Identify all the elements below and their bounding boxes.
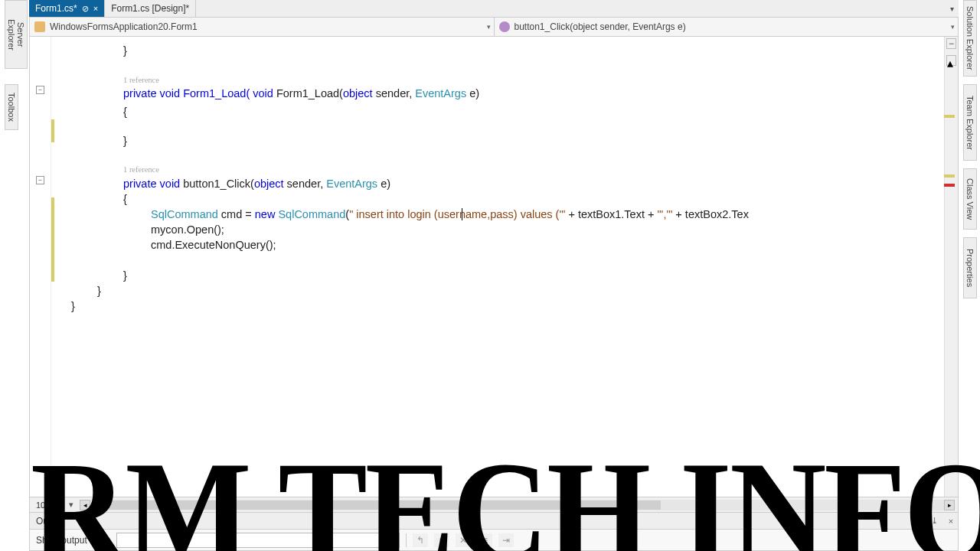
code-text: { [123, 191, 127, 207]
tab-form1-design[interactable]: Form1.cs [Design]* [105, 0, 196, 17]
code-text: private void Form1_Load( void Form1_Load… [123, 86, 479, 101]
vertical-scrollbar[interactable]: − ▴ [944, 37, 958, 497]
close-icon[interactable]: × [93, 4, 98, 13]
code-text: cmd.ExecuteNonQuery(); [151, 237, 276, 253]
watermark-text: RM TECH INFO [31, 448, 957, 551]
class-selector[interactable]: WindowsFormsApplication20.Form1 ▾ [30, 18, 495, 36]
fold-gutter: − − [30, 37, 51, 497]
tab-form1-cs[interactable]: Form1.cs* ⊘ × [29, 0, 105, 17]
file-tab-strip: Form1.cs* ⊘ × Form1.cs [Design]* ▾ [29, 0, 959, 17]
properties-tab[interactable]: Properties [963, 237, 977, 298]
class-view-tab[interactable]: Class View [963, 168, 977, 230]
chevron-down-icon: ▾ [951, 23, 955, 31]
change-marker [51, 119, 54, 142]
code-text: } [123, 43, 127, 58]
scroll-track[interactable] [946, 69, 956, 495]
method-icon [499, 21, 510, 32]
code-text: private void button1_Click(object sender… [123, 176, 390, 191]
code-text: } [97, 283, 101, 298]
class-icon [34, 21, 45, 32]
method-selector[interactable]: button1_Click(object sender, EventArgs e… [495, 18, 959, 36]
class-name: WindowsFormsApplication20.Form1 [50, 21, 198, 32]
text-caret [462, 208, 462, 220]
overview-mark [944, 115, 955, 118]
code-editor[interactable]: − − } 1 reference private void Form1_Loa… [29, 37, 959, 497]
server-explorer-tab[interactable]: Server Explorer [5, 0, 28, 69]
code-text: } [71, 298, 75, 314]
split-button[interactable]: − [946, 38, 956, 49]
code-text: { [123, 104, 127, 119]
code-text: mycon.Open(); [151, 222, 224, 237]
solution-explorer-tab[interactable]: Solution Explorer [963, 0, 977, 77]
team-explorer-tab[interactable]: Team Explorer [963, 84, 977, 161]
change-marker [51, 197, 54, 282]
fold-toggle[interactable]: − [36, 176, 44, 184]
chevron-down-icon: ▾ [487, 23, 491, 31]
scroll-up-button[interactable]: ▴ [946, 55, 956, 66]
code-text: } [123, 133, 127, 148]
code-surface[interactable]: } 1 reference private void Form1_Load( v… [56, 37, 944, 497]
tab-label: Form1.cs* [35, 3, 77, 14]
overview-mark [944, 174, 955, 178]
code-text: SqlCommand cmd = new SqlCommand(" insert… [151, 207, 749, 222]
code-text: } [123, 268, 127, 283]
tab-overflow-dropdown[interactable]: ▾ [945, 0, 959, 17]
nav-bar: WindowsFormsApplication20.Form1 ▾ button… [29, 17, 959, 37]
pin-icon[interactable]: ⊘ [82, 4, 89, 14]
toolbox-tab[interactable]: Toolbox [5, 84, 18, 130]
method-name: button1_Click(object sender, EventArgs e… [514, 21, 686, 32]
tab-label: Form1.cs [Design]* [111, 3, 189, 14]
codelens-hint[interactable]: 1 reference [123, 162, 159, 178]
overview-error-mark [944, 184, 955, 187]
fold-toggle[interactable]: − [36, 86, 44, 94]
